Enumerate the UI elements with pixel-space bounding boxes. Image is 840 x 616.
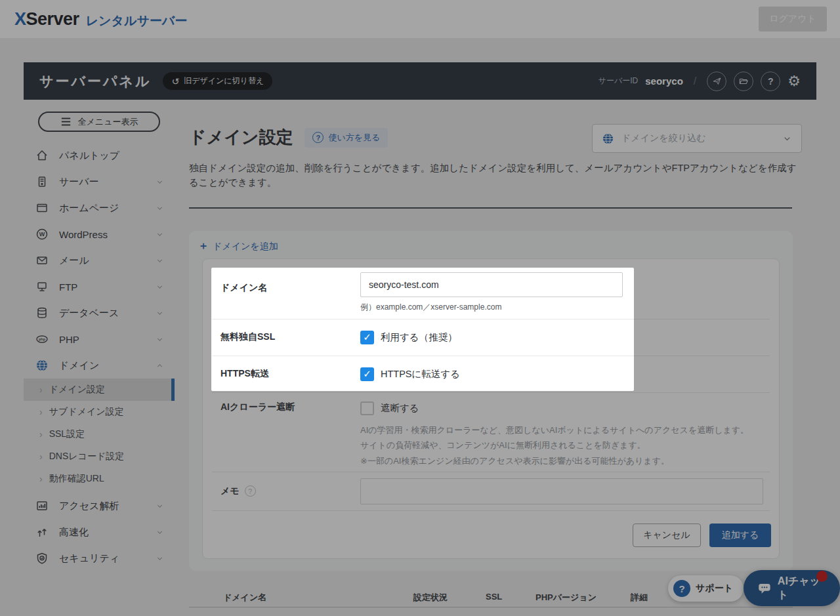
cancel-button[interactable]: キャンセル [633,524,701,547]
logo-service-name: レンタルサーバー [86,12,188,30]
domain-filter-placeholder: ドメインを絞り込む [621,133,705,144]
support-button[interactable]: ? サポート [668,575,744,602]
checkbox-checked-icon: ✓ [360,367,374,381]
free-ssl-row: 無料独自SSL ✓ 利用する（推奨） [220,319,763,356]
send-button[interactable] [707,72,726,91]
sidebar: 全メニュー表示 パネルトップ サーバー ホームページ W WordPress メ… [24,100,175,616]
page-title: ドメイン設定 [189,126,293,149]
chevron-down-icon [156,309,164,318]
memo-row: メモ ? [220,472,763,510]
ai-crawler-checkbox[interactable]: 遮断する [360,401,749,415]
usage-guide-button[interactable]: ? 使い方を見る [304,128,388,148]
all-menu-button[interactable]: 全メニュー表示 [38,112,160,132]
speed-up-icon [35,525,49,539]
submenu-arrow-icon: › [39,407,43,417]
logo-wordmark: XServer [14,9,79,30]
domain-name-row: ドメイン名 例）example.com／xserver-sample.com [220,264,763,319]
folder-icon [738,76,749,87]
question-icon: ? [768,76,774,87]
https-redirect-label: HTTPS転送 [220,368,360,380]
sidebar-item-ftp[interactable]: FTP [24,274,175,300]
question-icon: ? [312,132,324,143]
https-redirect-row: HTTPS転送 ✓ HTTPSに転送する [220,356,763,392]
submenu-arrow-icon: › [39,384,43,395]
chevron-down-icon [156,335,164,344]
server-id-label: サーバーID [598,75,639,87]
add-domain-form-card: ドメイン名 例）example.com／xserver-sample.com 無… [202,258,780,559]
mail-icon [35,254,49,267]
sidebar-item-server[interactable]: サーバー [24,169,175,195]
sidebar-subitem-domain-settings[interactable]: › ドメイン設定 [24,379,175,401]
refresh-icon: ↺ [171,76,179,87]
svg-text:php: php [39,337,46,341]
chevron-up-icon [156,361,164,370]
panel-title: サーバーパネル [39,72,151,91]
free-ssl-checkbox[interactable]: ✓ 利用する（推奨） [360,331,457,344]
database-icon [35,306,49,319]
chat-bubble-icon [757,581,772,596]
sidebar-item-homepage[interactable]: ホームページ [24,195,175,221]
submit-button[interactable]: 追加する [709,524,771,547]
shield-icon [35,552,49,565]
top-bar: XServer レンタルサーバー ログアウト [0,0,840,38]
gear-icon[interactable]: ⚙ [788,73,801,90]
usage-guide-label: 使い方を見る [328,132,380,144]
domain-filter-dropdown[interactable]: ドメインを絞り込む [592,124,802,153]
sidebar-subitem-ssl-settings[interactable]: › SSL設定 [24,423,175,445]
submenu-arrow-icon: › [39,429,43,440]
plus-icon: ＋ [198,239,209,253]
domain-name-input[interactable] [360,272,623,297]
sidebar-item-panel-top[interactable]: パネルトップ [24,142,175,169]
browser-icon [35,201,49,215]
ai-crawler-row: AIクローラー遮断 遮断する AIの学習用・検索用クローラーなど、意図しないAI… [220,392,763,472]
submenu-arrow-icon: › [39,474,43,484]
home-icon [35,149,49,162]
logout-button[interactable]: ログアウト [759,7,827,31]
page-description: 独自ドメイン設定の追加、削除を行うことができます。追加したドメイン設定を利用して… [189,161,805,190]
question-icon: ? [673,580,690,597]
checkbox-unchecked-icon [360,401,374,415]
ftp-icon [35,280,49,293]
sidebar-item-domain[interactable]: ドメイン [24,352,175,379]
memo-input[interactable] [360,478,763,504]
chevron-down-icon [156,178,164,186]
https-redirect-checkbox[interactable]: ✓ HTTPSに転送する [360,367,460,381]
column-header-domain: ドメイン名 [223,592,266,604]
svg-text:W: W [39,231,45,237]
add-domain-panel: ＋ ドメインを追加 ドメイン名 例）example.com／xserver-sa… [189,231,793,571]
sidebar-subitem-check-url[interactable]: › 動作確認URL [24,468,175,490]
chevron-down-icon [156,230,164,239]
notification-badge [816,571,828,582]
sidebar-item-security[interactable]: セキュリティ [24,545,175,571]
server-icon [35,175,49,188]
sidebar-item-wordpress[interactable]: W WordPress [24,221,175,247]
add-domain-toggle[interactable]: ＋ ドメインを追加 [198,239,278,253]
separator: / [694,75,696,87]
globe-icon [35,359,49,372]
sidebar-item-analytics[interactable]: アクセス解析 [24,493,175,519]
free-ssl-label: 無料独自SSL [220,331,360,343]
sidebar-subitem-dns-record[interactable]: › DNSレコード設定 [24,445,175,468]
wordpress-icon: W [35,228,49,241]
chevron-down-icon [156,554,164,563]
chevron-down-icon [156,502,164,510]
sidebar-item-mail[interactable]: メール [24,247,175,274]
help-button[interactable]: ? [761,72,780,91]
column-header-php-version: PHPバージョン [536,592,597,604]
sidebar-item-php[interactable]: php PHP [24,326,175,352]
switch-old-design-label: 旧デザインに切り替え [184,75,264,87]
paper-plane-icon [712,76,722,86]
memo-label: メモ [220,485,240,497]
server-id-value: seoryco [645,75,683,87]
memo-help-icon[interactable]: ? [245,485,256,497]
php-icon: php [35,333,49,346]
ai-crawler-help: AIの学習用・検索用クローラーなど、意図しないAIボットによるサイトへのアクセス… [360,422,749,468]
sidebar-subitem-subdomain-settings[interactable]: › サブドメイン設定 [24,401,175,423]
switch-old-design-button[interactable]: ↺ 旧デザインに切り替え [163,72,272,90]
sidebar-item-speedup[interactable]: 高速化 [24,519,175,545]
files-button[interactable] [734,72,753,91]
xserver-logo: XServer レンタルサーバー [14,9,187,30]
submenu-arrow-icon: › [39,451,43,462]
sidebar-item-database[interactable]: データベース [24,300,175,326]
add-domain-label: ドメインを追加 [213,241,278,253]
